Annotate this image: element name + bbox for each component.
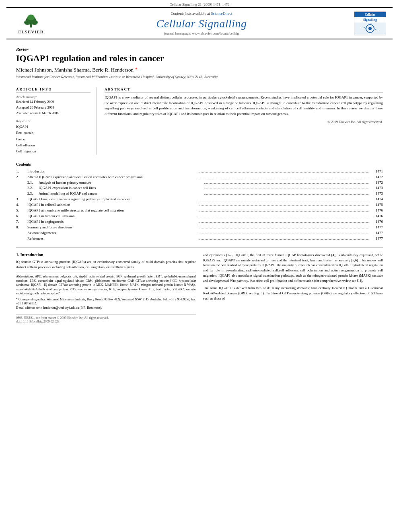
abbreviations-footnote: Abbreviations: APC, adenomatous polyposi… [16,275,196,296]
contents-dots [199,239,368,240]
journal-header: ELSEVIER Contents lists available at Sci… [6,7,393,39]
contents-row: 2.2.IQGAP1 expression in cancer cell lin… [16,185,383,191]
contents-num: 4. [16,202,27,208]
contents-page-num: 1473 [370,191,383,197]
sciencedirect-label: ScienceDirect [211,12,232,16]
contents-item-text: IQGAP1 expression in cancer cell lines [39,185,203,191]
contents-dots [199,205,368,206]
main-content: Review IQGAP1 regulation and roles in ca… [0,39,399,327]
journal-center: Contents lists available at ScienceDirec… [49,12,354,35]
contents-item-text: Acknowledgements [27,230,197,236]
email-footnote: E-mail address: beric_henderson@wmi.usyd… [16,306,196,310]
contents-num: 1. [16,169,27,175]
journal-reference: Cellular Signalling 21 (2009) 1471–1478 [0,0,399,7]
svg-line-8 [363,27,366,29]
elsevier-brand-text: ELSEVIER [18,29,44,34]
keyword-item: Cancer [16,136,90,142]
article-info-label: Article Info [16,87,90,92]
intro-para2-text: and cytokinesis [1–3]. IQGAP1, the first… [203,253,383,283]
contents-row: 6.IQGAP1 in tumour cell invasion1476 [16,214,383,219]
contents-num: 5. [16,208,27,214]
article-dates: Received 14 February 2009 Accepted 26 Fe… [16,99,90,116]
contents-row: Acknowledgements1477 [16,230,383,236]
svg-line-9 [374,29,377,30]
contents-num: 2. [16,175,27,180]
contents-num: 7. [16,219,27,225]
keyword-item: IQGAP1 [16,124,90,130]
contents-title: Contents [16,162,383,166]
contents-num: 2.2. [27,185,39,191]
keyword-item: Beta-catenin [16,130,90,136]
elsevier-logo: ELSEVIER [13,11,49,35]
contents-page-num: 1471 [370,169,383,175]
logo-title-label: Signalling [362,17,378,23]
journal-title: Cellular Signalling [49,17,354,30]
contents-page-num: 1473 [370,185,383,191]
available-date: Available online 6 March 2006 [16,111,90,116]
contents-row: 8.Summary and future directions1477 [16,225,383,230]
corr-author-text: * Corresponding author. Westmead Millenn… [16,298,196,306]
logo-cell-icon [360,23,380,34]
body-left-col: 1. Introduction IQ-domain GTPase-activat… [16,253,196,324]
contents-item-text: Altered IQGAP1 expression and localisati… [27,175,197,180]
article-title: IQGAP1 regulation and roles in cancer [16,53,383,64]
doi-text: doi:10.1016/j.cellsig.2009.02.023 [16,320,60,323]
bottom-bar: 0898-6568/$ – see front matter © 2009 El… [16,314,196,320]
body-two-col: 1. Introduction IQ-domain GTPase-activat… [16,247,383,324]
contents-item-text: IQGAP1 in tumour cell invasion [27,214,197,219]
contents-item-text: IQGAP1 functions in various signalling p… [27,197,197,202]
contents-row: 2.Altered IQGAP1 expression and localisa… [16,175,383,180]
contents-item-text: References [27,236,197,242]
issn-text: 0898-6568/$ – see front matter © 2009 El… [16,316,109,320]
contents-dots [199,178,368,178]
top-ref-text: Cellular Signalling 21 (2009) 1471–1478 [170,2,230,6]
accepted-date: Accepted 26 February 2009 [16,105,90,111]
abstract-text: IQGAP1 is a key mediator of several dist… [105,95,383,117]
corresponding-author-footnote: * Corresponding author. Westmead Millenn… [16,298,196,306]
logo-top-label: Cellular [354,12,386,17]
abstract-copyright: © 2009 Elsevier Inc. All rights reserved… [105,120,383,124]
intro-para3: The name IQGAP1 is derived from two of i… [203,286,383,301]
contents-page-num: 1474 [370,197,383,202]
abstract-col: Abstract IQGAP1 is a key mediator of sev… [105,87,383,154]
contents-row: 1.Introduction1471 [16,169,383,175]
keyword-item: Cell migration [16,148,90,154]
page-container: Cellular Signalling 21 (2009) 1471–1478 … [0,0,399,327]
intro-section-title: 1. Introduction [16,253,196,257]
svg-point-3 [31,20,38,25]
contents-item-text: IQGAP1 in cell:cell adhesion [27,202,197,208]
journal-logo-right: Cellular Signalling [354,11,386,35]
contents-row: References1477 [16,236,383,242]
contents-dots [199,222,368,223]
contents-num: 3. [16,197,27,202]
contents-page-num: 1476 [370,219,383,225]
article-type: Review [16,43,383,51]
contents-page-num: 1477 [370,230,383,236]
contents-page-num: 1472 [370,180,383,186]
contents-row: 3.IQGAP1 functions in various signalling… [16,197,383,202]
intro-para1: IQ-domain GTPase-activating proteins (IQ… [16,259,196,270]
intro-para2: and cytokinesis [1–3]. IQGAP1, the first… [203,253,383,283]
authors-text: Michael Johnson, Manisha Sharma, Beric R… [16,67,134,73]
received-date: Received 14 February 2009 [16,99,90,105]
contents-page-num: 1475 [370,202,383,208]
contents-text: Contents lists available at [171,12,210,16]
keyword-item: Cell adhesion [16,142,90,148]
contents-dots [204,194,368,195]
elsevier-tree-icon [19,12,43,29]
contents-page-num: 1472 [370,175,383,180]
abstract-label: Abstract [105,87,383,92]
svg-point-7 [368,27,372,30]
contents-dots [199,172,368,173]
article-info-col: Article Info Article history: Received 1… [16,87,97,154]
contents-item-text: IQGAP1 at membrane ruffle structures tha… [27,208,197,214]
contents-num: 8. [16,225,27,230]
keywords-list: IQGAP1Beta-cateninCancerCell adhesionCel… [16,124,90,154]
contents-dots [199,211,368,212]
contents-item-text: Summary and future directions [27,225,197,230]
sciencedirect-link[interactable]: ScienceDirect [211,12,232,16]
contents-row: 2.1.Analysis of human primary tumours147… [16,180,383,186]
contents-item-text: Analysis of human primary tumours [39,180,203,186]
contents-list: 1.Introduction14712.Altered IQGAP1 expre… [16,169,383,242]
contents-item-text: IQGAP1 in angiogenesis [27,219,197,225]
